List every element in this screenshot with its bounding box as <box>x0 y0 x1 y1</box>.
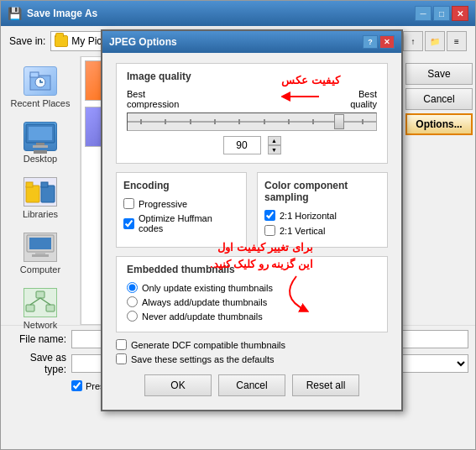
svg-rect-14 <box>32 254 49 257</box>
generate-dcf-label: Generate DCF compatible thumbnails <box>131 340 285 350</box>
save-icon: 💾 <box>8 7 22 20</box>
network-label: Network <box>24 320 57 330</box>
quality-value-row: ▲ ▼ <box>127 136 377 154</box>
svg-rect-9 <box>41 186 55 202</box>
thumbnails-title: Embedded thumbnails <box>127 264 377 275</box>
progressive-item: Progressive <box>123 198 239 209</box>
progressive-checkbox[interactable] <box>123 198 134 209</box>
libraries-icon <box>24 177 57 207</box>
radio-always-add-input[interactable] <box>127 296 138 307</box>
svg-rect-10 <box>41 182 48 187</box>
minimize-button[interactable]: ─ <box>415 6 432 21</box>
jpeg-close-button[interactable]: ✕ <box>379 35 395 49</box>
thumbnails-section: Embedded thumbnails Only update existing… <box>116 256 388 332</box>
libraries-label: Libraries <box>23 209 58 219</box>
generate-dcf-checkbox[interactable] <box>116 339 127 350</box>
desktop-icon <box>24 122 57 151</box>
outer-window-title: Save Image As <box>27 8 415 19</box>
svg-rect-16 <box>26 305 34 311</box>
view-button[interactable]: ≡ <box>447 31 467 51</box>
save-defaults-label: Save these settings as the defaults <box>131 354 275 364</box>
jpeg-title: JPEG Options <box>109 36 177 48</box>
radio-only-update: Only update existing thumbnails <box>127 282 377 293</box>
v21-checkbox[interactable] <box>264 225 275 236</box>
radio-never-add: Never add/update thumbnails <box>127 311 377 322</box>
up-button[interactable]: ↑ <box>403 31 423 51</box>
dialog-cancel-button[interactable]: Cancel <box>218 374 285 396</box>
encoding-section: Encoding Progressive Optimize Huffman co… <box>116 172 247 248</box>
ok-button[interactable]: OK <box>144 374 212 396</box>
radio-always-add: Always add/update thumbnails <box>127 296 377 307</box>
save-defaults-checkbox[interactable] <box>116 353 127 364</box>
quality-slider[interactable] <box>127 112 377 131</box>
spinner-buttons: ▲ ▼ <box>268 136 281 154</box>
radio-always-add-label: Always add/update thumbnails <box>142 297 267 307</box>
left-sidebar: Recent Places Desktop <box>1 56 81 325</box>
filename-label: File name: <box>8 333 66 345</box>
radio-only-update-input[interactable] <box>127 282 138 293</box>
color-sampling-title: Color component sampling <box>264 180 380 203</box>
svg-rect-12 <box>29 238 51 249</box>
radio-never-add-input[interactable] <box>127 311 138 322</box>
network-icon <box>24 288 57 317</box>
close-outer-button[interactable]: ✕ <box>452 6 468 21</box>
cancel-button[interactable]: Cancel <box>405 88 473 110</box>
save-defaults-row: Save these settings as the defaults <box>116 353 388 364</box>
new-folder-button[interactable]: 📁 <box>425 31 445 51</box>
svg-rect-6 <box>33 145 48 148</box>
jpeg-dialog: JPEG Options ? ✕ Image quality Bestcompr… <box>101 29 403 411</box>
quality-slider-row <box>127 112 377 131</box>
spin-down-button[interactable]: ▼ <box>268 145 281 154</box>
svg-rect-17 <box>46 305 55 311</box>
jpeg-title-buttons: ? ✕ <box>363 35 395 49</box>
v21-label: 2:1 Vertical <box>280 226 325 236</box>
svg-rect-8 <box>26 182 33 187</box>
sidebar-item-network[interactable]: Network <box>7 285 74 333</box>
jpeg-titlebar: JPEG Options ? ✕ <box>102 31 401 53</box>
encoding-color-row: Encoding Progressive Optimize Huffman co… <box>116 172 388 248</box>
maximize-button[interactable]: □ <box>433 6 450 21</box>
svg-rect-1 <box>30 72 39 77</box>
radio-never-add-label: Never add/update thumbnails <box>142 311 263 322</box>
svg-rect-7 <box>26 186 39 202</box>
sidebar-item-computer[interactable]: Computer <box>7 229 74 278</box>
save-in-label: Save in: <box>9 35 45 47</box>
jpeg-content: Image quality Bestcompression Bestqualit… <box>102 53 401 410</box>
recent-label: Recent Places <box>11 98 71 108</box>
spin-up-button[interactable]: ▲ <box>268 136 281 145</box>
quality-section-title: Image quality <box>127 71 377 82</box>
action-buttons: Save Cancel Options... <box>400 56 475 325</box>
preserve-metadata-checkbox[interactable] <box>71 380 82 391</box>
reset-all-button[interactable]: Reset all <box>292 374 359 396</box>
quality-labels: Bestcompression Bestquality <box>127 89 377 109</box>
color-sampling-section: Color component sampling 2:1 Horizontal … <box>257 172 388 248</box>
svg-line-18 <box>30 298 40 305</box>
sidebar-item-libraries[interactable]: Libraries <box>7 174 74 222</box>
window-controls: ─ □ ✕ <box>415 6 468 21</box>
image-quality-section: Image quality Bestcompression Bestqualit… <box>116 63 388 164</box>
svg-line-19 <box>40 298 50 305</box>
computer-label: Computer <box>20 264 60 275</box>
h21-checkbox[interactable] <box>264 210 275 221</box>
options-button[interactable]: Options... <box>405 113 473 135</box>
outer-titlebar: 💾 Save Image As ─ □ ✕ <box>1 1 475 26</box>
huffman-item: Optimize Huffman codes <box>123 213 239 233</box>
recent-icon <box>24 66 57 96</box>
sidebar-item-desktop[interactable]: Desktop <box>7 118 74 167</box>
save-button[interactable]: Save <box>405 63 473 85</box>
quality-input[interactable] <box>223 136 261 154</box>
svg-rect-4 <box>29 127 52 140</box>
computer-icon <box>24 233 57 262</box>
v21-item: 2:1 Vertical <box>264 225 380 236</box>
svg-rect-15 <box>36 291 44 298</box>
generate-dcf-row: Generate DCF compatible thumbnails <box>116 339 388 350</box>
h21-label: 2:1 Horizontal <box>280 211 337 221</box>
desktop-label: Desktop <box>24 154 57 164</box>
huffman-checkbox[interactable] <box>123 218 134 229</box>
jpeg-help-button[interactable]: ? <box>363 35 378 49</box>
folder-icon <box>55 35 68 47</box>
radio-only-update-label: Only update existing thumbnails <box>142 283 273 293</box>
slider-thumb[interactable] <box>334 114 344 129</box>
sidebar-item-recent[interactable]: Recent Places <box>7 63 74 112</box>
dialog-buttons: OK Cancel Reset all <box>116 368 388 400</box>
